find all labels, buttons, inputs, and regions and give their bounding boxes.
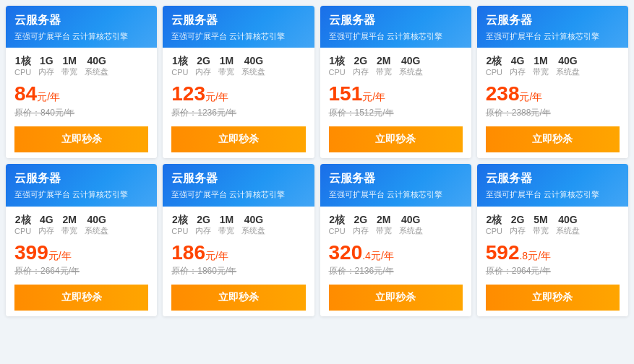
card-header-6: 云服务器 至强可扩展平台 云计算核芯引擎 [163,164,314,206]
spec-memory-8: 2G 内存 [510,214,526,236]
specs-5: 2核 CPU 4G 内存 2M 带宽 40G 系统盘 [14,214,148,236]
card-body-5: 2核 CPU 4G 内存 2M 带宽 40G 系统盘 399元/年 [6,207,157,317]
card-2: 云服务器 至强可扩展平台 云计算核芯引擎 1核 CPU 2G 内存 1M 带宽 … [163,6,314,158]
card-header-1: 云服务器 至强可扩展平台 云计算核芯引擎 [6,6,157,48]
card-header-4: 云服务器 至强可扩展平台 云计算核芯引擎 [477,6,628,48]
card-3: 云服务器 至强可扩展平台 云计算核芯引擎 1核 CPU 2G 内存 2M 带宽 … [320,6,471,158]
price-main-3: 151元/年 [329,83,463,105]
spec-cpu-6: 2核 CPU [171,214,188,236]
card-subtitle-7: 至强可扩展平台 云计算核芯引擎 [329,189,463,200]
card-6: 云服务器 至强可扩展平台 云计算核芯引擎 2核 CPU 2G 内存 1M 带宽 … [163,164,314,316]
spec-memory-6: 2G 内存 [195,214,211,236]
specs-4: 2核 CPU 4G 内存 1M 带宽 40G 系统盘 [486,55,620,77]
card-header-2: 云服务器 至强可扩展平台 云计算核芯引擎 [163,6,314,48]
price-main-8: 592.8元/年 [486,242,620,264]
buy-button-8[interactable]: 立即秒杀 [486,285,620,311]
cards-grid: 云服务器 至强可扩展平台 云计算核芯引擎 1核 CPU 1G 内存 1M 带宽 … [6,6,628,316]
buy-button-1[interactable]: 立即秒杀 [14,126,148,152]
card-title-2: 云服务器 [171,13,305,28]
card-title-6: 云服务器 [171,171,305,186]
card-title-7: 云服务器 [329,171,463,186]
card-1: 云服务器 至强可扩展平台 云计算核芯引擎 1核 CPU 1G 内存 1M 带宽 … [6,6,157,158]
card-8: 云服务器 至强可扩展平台 云计算核芯引擎 2核 CPU 2G 内存 5M 带宽 … [477,164,628,316]
price-original-2: 原价：1236元/年 [171,107,305,119]
spec-memory-2: 2G 内存 [195,55,211,77]
card-body-1: 1核 CPU 1G 内存 1M 带宽 40G 系统盘 84元/年 [6,48,157,158]
spec-disk-3: 40G 系统盘 [399,55,423,77]
spec-bandwidth-6: 1M 带宽 [218,214,234,236]
price-original-6: 原价：1860元/年 [171,265,305,277]
price-original-5: 原价：2664元/年 [14,265,148,277]
specs-6: 2核 CPU 2G 内存 1M 带宽 40G 系统盘 [171,214,305,236]
card-title-1: 云服务器 [14,13,148,28]
spec-cpu-7: 2核 CPU [329,214,346,236]
card-title-8: 云服务器 [486,171,620,186]
buy-button-7[interactable]: 立即秒杀 [329,285,463,311]
specs-1: 1核 CPU 1G 内存 1M 带宽 40G 系统盘 [14,55,148,77]
price-main-4: 238元/年 [486,83,620,105]
spec-bandwidth-2: 1M 带宽 [218,55,234,77]
specs-7: 2核 CPU 2G 内存 2M 带宽 40G 系统盘 [329,214,463,236]
spec-bandwidth-8: 5M 带宽 [533,214,549,236]
spec-disk-5: 40G 系统盘 [85,214,108,236]
price-original-8: 原价：2964元/年 [486,265,620,277]
card-body-6: 2核 CPU 2G 内存 1M 带宽 40G 系统盘 186元/年 [163,207,314,317]
spec-memory-1: 1G 内存 [38,55,54,77]
card-header-8: 云服务器 至强可扩展平台 云计算核芯引擎 [477,164,628,206]
spec-cpu-1: 1核 CPU [14,55,31,77]
spec-memory-5: 4G 内存 [38,214,54,236]
card-subtitle-3: 至强可扩展平台 云计算核芯引擎 [329,31,463,42]
price-original-7: 原价：2136元/年 [329,265,463,277]
card-body-4: 2核 CPU 4G 内存 1M 带宽 40G 系统盘 238元/年 [477,48,628,158]
card-body-3: 1核 CPU 2G 内存 2M 带宽 40G 系统盘 151元/年 [320,48,471,158]
card-4: 云服务器 至强可扩展平台 云计算核芯引擎 2核 CPU 4G 内存 1M 带宽 … [477,6,628,158]
card-title-4: 云服务器 [486,13,620,28]
specs-3: 1核 CPU 2G 内存 2M 带宽 40G 系统盘 [329,55,463,77]
buy-button-5[interactable]: 立即秒杀 [14,285,148,311]
spec-cpu-5: 2核 CPU [14,214,31,236]
spec-cpu-3: 1核 CPU [329,55,346,77]
spec-disk-2: 40G 系统盘 [241,55,265,77]
spec-memory-4: 4G 内存 [510,55,526,77]
buy-button-2[interactable]: 立即秒杀 [171,126,305,152]
spec-disk-7: 40G 系统盘 [399,214,423,236]
specs-8: 2核 CPU 2G 内存 5M 带宽 40G 系统盘 [486,214,620,236]
card-subtitle-6: 至强可扩展平台 云计算核芯引擎 [171,189,305,200]
price-main-6: 186元/年 [171,242,305,264]
spec-bandwidth-5: 2M 带宽 [61,214,77,236]
spec-memory-3: 2G 内存 [353,55,369,77]
price-original-1: 原价：840元/年 [14,107,148,119]
spec-disk-6: 40G 系统盘 [241,214,265,236]
card-7: 云服务器 至强可扩展平台 云计算核芯引擎 2核 CPU 2G 内存 2M 带宽 … [320,164,471,316]
card-subtitle-4: 至强可扩展平台 云计算核芯引擎 [486,31,620,42]
card-body-7: 2核 CPU 2G 内存 2M 带宽 40G 系统盘 320.4元/年 [320,207,471,317]
spec-memory-7: 2G 内存 [353,214,369,236]
price-main-2: 123元/年 [171,83,305,105]
price-main-1: 84元/年 [14,83,148,105]
spec-bandwidth-7: 2M 带宽 [376,214,392,236]
card-5: 云服务器 至强可扩展平台 云计算核芯引擎 2核 CPU 4G 内存 2M 带宽 … [6,164,157,316]
price-original-4: 原价：2388元/年 [486,107,620,119]
spec-bandwidth-1: 1M 带宽 [61,55,77,77]
buy-button-6[interactable]: 立即秒杀 [171,285,305,311]
card-title-5: 云服务器 [14,171,148,186]
spec-disk-8: 40G 系统盘 [556,214,580,236]
card-body-8: 2核 CPU 2G 内存 5M 带宽 40G 系统盘 592.8元/年 [477,207,628,317]
spec-bandwidth-3: 2M 带宽 [376,55,392,77]
buy-button-3[interactable]: 立即秒杀 [329,126,463,152]
price-main-5: 399元/年 [14,242,148,264]
buy-button-4[interactable]: 立即秒杀 [486,126,620,152]
card-subtitle-1: 至强可扩展平台 云计算核芯引擎 [14,31,148,42]
spec-disk-1: 40G 系统盘 [85,55,108,77]
spec-cpu-8: 2核 CPU [486,214,502,236]
card-subtitle-8: 至强可扩展平台 云计算核芯引擎 [486,189,620,200]
spec-bandwidth-4: 1M 带宽 [533,55,549,77]
card-title-3: 云服务器 [329,13,463,28]
price-original-3: 原价：1512元/年 [329,107,463,119]
card-subtitle-5: 至强可扩展平台 云计算核芯引擎 [14,189,148,200]
spec-cpu-4: 2核 CPU [486,55,502,77]
price-main-7: 320.4元/年 [329,242,463,264]
spec-disk-4: 40G 系统盘 [556,55,580,77]
card-header-5: 云服务器 至强可扩展平台 云计算核芯引擎 [6,164,157,206]
card-subtitle-2: 至强可扩展平台 云计算核芯引擎 [171,31,305,42]
